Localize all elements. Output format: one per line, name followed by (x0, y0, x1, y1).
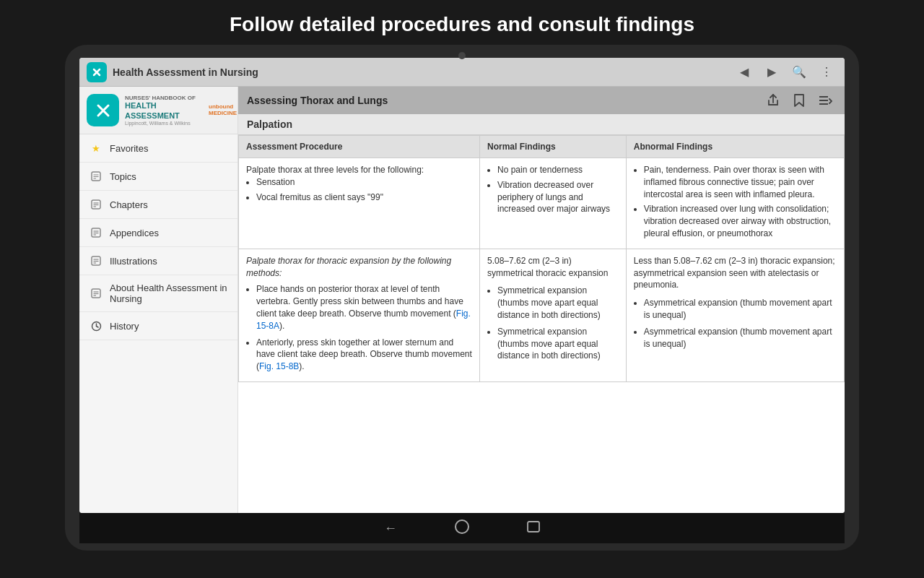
fig-15-8a-link[interactable]: Fig. 15-8A (256, 309, 471, 331)
topics-icon (90, 170, 103, 183)
abnormal-item-1a: Pain, tenderness. Pain over thorax is se… (644, 164, 837, 200)
normal-item-2b: Symmetrical expansion (thumbs move apart… (497, 326, 619, 362)
sidebar-label-favorites: Favorites (110, 143, 148, 154)
normal-cell-2: 5.08–7.62 cm (2–3 in) symmetrical thorac… (480, 249, 627, 381)
svg-marker-30 (795, 95, 803, 106)
procedure-item-2a: Place hands on posterior thorax at level… (256, 283, 472, 332)
page-headline: Follow detailed procedures and consult f… (0, 0, 924, 45)
sidebar-label-topics: Topics (110, 171, 136, 182)
svg-point-34 (456, 520, 468, 533)
procedure-text-1: Palpate thorax at three levels for the f… (246, 165, 424, 175)
menu-button[interactable]: ⋮ (816, 61, 837, 83)
fig-15-8b-link[interactable]: Fig. 15-8B (259, 361, 299, 371)
sidebar-book-title: HEALTH ASSESSMENT (125, 101, 203, 120)
publisher-prefix: NURSES' HANDBOOK (125, 95, 186, 101)
normal-item-2a: Symmetrical expansion (thumbs move apart… (497, 285, 619, 321)
sidebar-item-topics[interactable]: Topics (79, 163, 237, 191)
sidebar-label-chapters: Chapters (110, 199, 148, 210)
col-header-normal: Normal Findings (480, 136, 627, 158)
publisher-of: of (188, 95, 196, 101)
android-back-button[interactable]: ← (384, 521, 397, 536)
col-header-abnormal: Abnormal Findings (626, 136, 844, 158)
history-clock-icon (90, 319, 103, 332)
illustrations-icon (90, 254, 103, 267)
abnormal-item-2b: Asymmetrical expansion (thumb movement a… (644, 326, 837, 350)
procedure-cell-1: Palpate thorax at three levels for the f… (239, 158, 480, 249)
procedure-item-1b: Vocal fremitus as client says "99" (256, 191, 472, 204)
procedure-item-2b: Anteriorly, press skin together at lower… (256, 337, 472, 373)
forward-button[interactable]: ▶ (761, 61, 783, 83)
about-icon (90, 287, 103, 300)
tablet-screen: Health Assessment in Nursing ◀ ▶ 🔍 ⋮ (79, 58, 845, 513)
abnormal-cell-2: Less than 5.08–7.62 cm (2–3 in) thoracic… (626, 249, 844, 381)
normal-summary: 5.08–7.62 cm (2–3 in) symmetrical thorac… (487, 255, 619, 280)
abnormal-summary: Less than 5.08–7.62 cm (2–3 in) thoracic… (634, 255, 837, 291)
svg-rect-35 (528, 522, 539, 532)
sidebar-app-icon (87, 94, 119, 126)
camera (458, 52, 466, 59)
share-button[interactable] (762, 90, 784, 111)
sidebar-item-appendices[interactable]: Appendices (79, 219, 237, 247)
abnormal-item-2a: Asymmetrical expansion (thumb movement a… (644, 297, 837, 322)
content-section-title: Assessing Thorax and Lungs (247, 95, 755, 106)
chapters-icon (90, 198, 103, 211)
android-nav-bar: ← (79, 513, 845, 543)
sidebar-item-favorites[interactable]: ★ Favorites (79, 134, 237, 163)
tablet-frame: Health Assessment in Nursing ◀ ▶ 🔍 ⋮ (65, 45, 859, 551)
abnormal-cell-1: Pain, tenderness. Pain over thorax is se… (626, 158, 844, 249)
unbound-logo: unboundMEDICINE (209, 104, 230, 117)
sidebar-label-history: History (110, 321, 139, 332)
sidebar: NURSES' HANDBOOK of HEALTH ASSESSMENT Li… (79, 87, 238, 513)
sidebar-label-about: About Health Assessment in Nursing (110, 282, 227, 304)
sidebar-header: NURSES' HANDBOOK of HEALTH ASSESSMENT Li… (79, 87, 237, 134)
back-button[interactable]: ◀ (733, 61, 755, 83)
procedure-italic-text: Palpate thorax for thoracic expansion by… (246, 256, 451, 278)
col-header-procedure: Assessment Procedure (239, 136, 480, 158)
star-icon: ★ (90, 142, 103, 155)
app-title: Health Assessment in Nursing (113, 66, 733, 78)
sidebar-item-history[interactable]: History (79, 312, 237, 340)
main-area: NURSES' HANDBOOK of HEALTH ASSESSMENT Li… (79, 87, 845, 513)
android-home-button[interactable] (455, 519, 469, 538)
bookmark-button[interactable] (788, 90, 810, 111)
toc-button[interactable] (814, 90, 836, 111)
top-bar-icons: ◀ ▶ 🔍 ⋮ (733, 61, 837, 83)
normal-cell-1: No pain or tenderness Vibration decrease… (480, 158, 627, 249)
normal-item-1b: Vibration decreased over periphery of lu… (497, 179, 619, 215)
appendices-icon (90, 226, 103, 239)
table-row: Palpate thorax for thoracic expansion by… (239, 249, 845, 381)
content-body[interactable]: Palpation Assessment Procedure Normal Fi… (238, 114, 845, 513)
procedure-cell-2: Palpate thorax for thoracic expansion by… (239, 249, 480, 381)
sidebar-subtitle: Lippincott, Williams & Wilkins (125, 121, 203, 126)
sidebar-header-text: NURSES' HANDBOOK of HEALTH ASSESSMENT Li… (125, 95, 203, 125)
sidebar-label-illustrations: Illustrations (110, 256, 157, 267)
table-row: Palpate thorax at three levels for the f… (239, 158, 845, 249)
sidebar-item-chapters[interactable]: Chapters (79, 191, 237, 219)
palpation-label: Palpation (238, 114, 845, 135)
content-header-icons (762, 90, 836, 111)
sidebar-label-appendices: Appendices (110, 228, 159, 238)
sidebar-publisher: NURSES' HANDBOOK of (125, 95, 203, 101)
abnormal-item-1b: Vibration increased over lung with conso… (644, 203, 837, 239)
assessment-table: Assessment Procedure Normal Findings Abn… (238, 135, 845, 382)
search-button[interactable]: 🔍 (788, 61, 810, 83)
sidebar-item-illustrations[interactable]: Illustrations (79, 247, 237, 275)
top-bar: Health Assessment in Nursing ◀ ▶ 🔍 ⋮ (79, 58, 845, 87)
android-recents-button[interactable] (527, 521, 540, 536)
normal-item-1a: No pain or tenderness (497, 164, 619, 176)
sidebar-item-about[interactable]: About Health Assessment in Nursing (79, 275, 237, 312)
svg-line-28 (96, 326, 98, 327)
app-icon (87, 62, 107, 82)
content-header: Assessing Thorax and Lungs (238, 87, 845, 114)
procedure-item-1a: Sensation (256, 176, 472, 189)
content-area: Assessing Thorax and Lungs (238, 87, 845, 513)
